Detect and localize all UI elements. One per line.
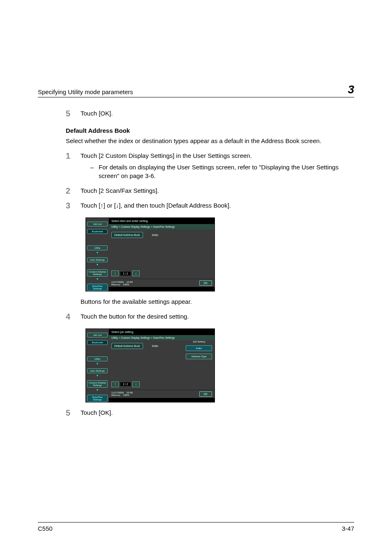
bookmark-button[interactable]: Bookmark [87, 340, 108, 345]
step-number: 2 [66, 186, 81, 195]
step-number: 4 [66, 312, 81, 321]
step-1: 1 Touch [2 Custom Display Settings] in t… [66, 151, 344, 180]
main-panel: Select job setting. Utility > Custom Dis… [109, 329, 214, 402]
content-area: 5 Touch [OK]. Default Address Book Selec… [66, 109, 354, 417]
page-counter: 2 / 2 [120, 272, 131, 275]
user-settings-button[interactable]: User Settings [87, 257, 108, 262]
footer-right: 3-47 [342, 525, 354, 532]
step-main-text: Touch [2 Custom Display Settings] in the… [81, 152, 252, 159]
arrow-down-icon: ▾ [97, 388, 98, 392]
user-settings-button[interactable]: User Settings [87, 368, 108, 373]
step-2: 2 Touch [2 Scan/Fax Settings]. [66, 186, 344, 195]
utility-button[interactable]: Utility [87, 356, 108, 361]
status-memory: Memory [111, 394, 120, 396]
scan-fax-settings-button[interactable]: Scan/Fax Settings [87, 395, 108, 402]
step-3: 3 Touch [↑] or [↓], and then touch [Defa… [66, 201, 344, 210]
scan-fax-settings-button[interactable]: Scan/Fax Settings [87, 284, 108, 291]
page-down-button[interactable]: ↓ [132, 382, 140, 387]
device-screen: Job List Bookmark Utility ▾ User Setting… [85, 217, 215, 291]
step-text: Touch [2 Scan/Fax Settings]. [81, 186, 159, 195]
custom-display-button[interactable]: Custom Display Settings [87, 380, 108, 388]
status-bar: 11/17/2006 15:58 Memory 100% OK [109, 390, 214, 398]
address-type-option-button[interactable]: Address Type [186, 354, 212, 359]
inner-area: Default Address Book Index Job Setting I… [109, 340, 214, 390]
utility-button[interactable]: Utility [87, 245, 108, 250]
status-left: 11/17/2006 15:58 Memory 100% [111, 281, 133, 286]
page-up-button[interactable]: ↑ [111, 382, 119, 387]
value-label: Index [152, 345, 158, 347]
section-subheading: Default Address Book [66, 127, 344, 134]
status-percent: 100% [123, 283, 129, 286]
job-setting-panel: Job Setting Index Address Type [186, 340, 212, 359]
step-text: Touch the button for the desired setting… [81, 312, 189, 321]
arrow-down-icon: ▾ [97, 374, 98, 377]
step-5a: 5 Touch [OK]. [66, 109, 344, 118]
bullet-text: For details on displaying the User Setti… [99, 163, 344, 181]
breadcrumb: Utility > Custom Display Settings > Scan… [109, 335, 214, 340]
page-counter: 2 / 2 [120, 382, 131, 386]
page-down-button[interactable]: ↓ [132, 271, 140, 276]
step-text: Touch [OK]. [81, 109, 113, 118]
pager: ↑ 2 / 2 ↓ [111, 271, 140, 276]
page-footer: C550 3-47 [38, 522, 354, 532]
page-up-button[interactable]: ↑ [111, 271, 119, 276]
page: Specifying Utility mode parameters 3 5 T… [0, 0, 392, 555]
index-option-button[interactable]: Index [186, 345, 212, 351]
panel-title: Select item and enter setting. [109, 218, 214, 224]
arrow-down-icon: ▾ [97, 263, 98, 266]
breadcrumb: Utility > Custom Display Settings > Scan… [109, 224, 214, 229]
bullet-dash: – [90, 163, 99, 181]
arrow-down-icon: ▾ [97, 362, 98, 365]
main-panel: Select item and enter setting. Utility >… [109, 218, 214, 291]
step-text: Touch [OK]. [81, 408, 113, 417]
step-4: 4 Touch the button for the desired setti… [66, 312, 344, 321]
screenshot-1: Job List Bookmark Utility ▾ User Setting… [85, 217, 344, 291]
step-number: 1 [66, 151, 81, 180]
device-screen: Job List Bookmark Utility ▾ User Setting… [85, 328, 215, 402]
ok-button[interactable]: OK [199, 391, 212, 397]
custom-display-button[interactable]: Custom Display Settings [87, 269, 108, 277]
section-intro: Select whether the index or destination … [66, 136, 344, 146]
step-bullet: – For details on displaying the User Set… [90, 163, 344, 181]
panel-title: Select job setting. [109, 329, 214, 335]
sidebar: Job List Bookmark Utility ▾ User Setting… [86, 218, 109, 291]
step-number: 5 [66, 109, 81, 118]
default-address-book-button[interactable]: Default Address Book [111, 232, 143, 238]
page-header: Specifying Utility mode parameters 3 [38, 84, 354, 97]
bookmark-button[interactable]: Bookmark [87, 229, 108, 234]
post-shot-text: Buttons for the available settings appea… [81, 297, 344, 306]
step-5b: 5 Touch [OK]. [66, 408, 344, 417]
step-text: Touch [2 Custom Display Settings] in the… [81, 151, 344, 180]
job-list-button[interactable]: Job List [87, 222, 108, 227]
status-left: 11/17/2006 15:58 Memory 100% [111, 391, 133, 396]
arrow-down-icon: ▾ [97, 251, 98, 254]
job-setting-title: Job Setting [186, 340, 212, 343]
step-number: 5 [66, 408, 81, 417]
screenshot-2: Job List Bookmark Utility ▾ User Setting… [85, 328, 344, 402]
step-number: 3 [66, 201, 81, 210]
sidebar: Job List Bookmark Utility ▾ User Setting… [86, 329, 109, 402]
pager: ↑ 2 / 2 ↓ [111, 382, 140, 387]
step-text: Touch [↑] or [↓], and then touch [Defaul… [81, 201, 231, 210]
arrow-down-icon: ▾ [97, 277, 98, 281]
value-label: Index [152, 234, 158, 236]
status-percent: 100% [123, 394, 129, 396]
header-title: Specifying Utility mode parameters [38, 88, 133, 95]
job-list-button[interactable]: Job List [87, 333, 108, 338]
default-address-book-button[interactable]: Default Address Book [111, 343, 143, 349]
inner-area: Default Address Book Index ↑ 2 / 2 ↓ [109, 229, 214, 279]
ok-button[interactable]: OK [199, 280, 212, 286]
status-memory: Memory [111, 283, 120, 286]
footer-left: C550 [38, 525, 53, 532]
status-bar: 11/17/2006 15:58 Memory 100% OK [109, 279, 214, 287]
chapter-number: 3 [348, 84, 354, 95]
